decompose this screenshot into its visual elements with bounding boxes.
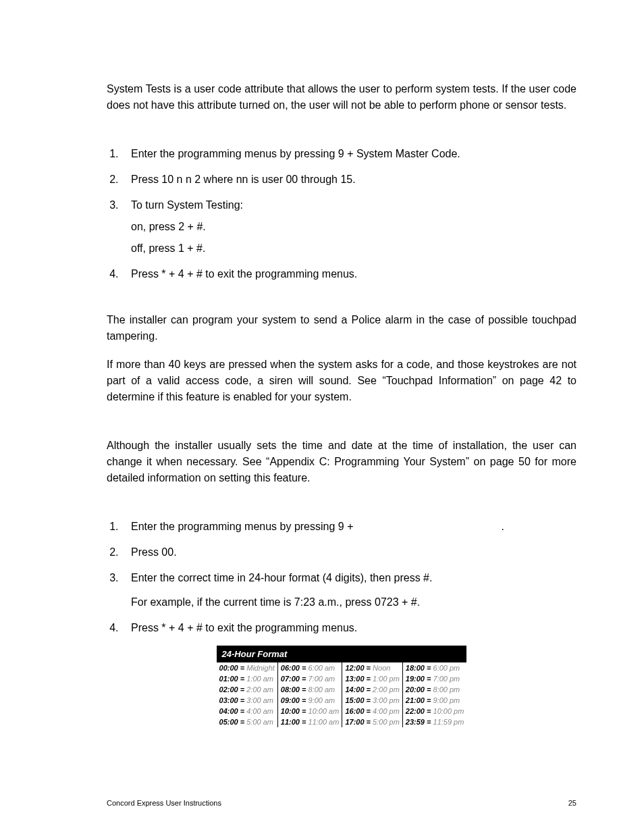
intro-paragraph: System Tests is a user code attribute th… bbox=[107, 81, 576, 113]
table-cell: 20:00 = 8:00 pm bbox=[402, 684, 466, 695]
table-cell: 23:59 = 11:59 pm bbox=[402, 716, 466, 727]
footer-title: Concord Express User Instructions bbox=[107, 799, 221, 807]
list2-item-1a: Enter the programming menus by pressing … bbox=[131, 521, 356, 532]
table-cell: 11:00 = 11:00 am bbox=[277, 716, 342, 727]
table-header: 24-Hour Format bbox=[217, 646, 467, 662]
list2-item-1b: . bbox=[501, 521, 504, 532]
list1-item-4: Press * + 4 + # to exit the programming … bbox=[122, 266, 576, 282]
table-cell: 19:00 = 7:00 pm bbox=[402, 673, 466, 684]
table-cell: 13:00 = 1:00 pm bbox=[342, 673, 402, 684]
table-row: 01:00 = 1:00 am07:00 = 7:00 am13:00 = 1:… bbox=[217, 673, 467, 684]
list2-item-4: Press * + 4 + # to exit the programming … bbox=[122, 620, 576, 636]
tamper-paragraph-1: The installer can program your system to… bbox=[107, 312, 576, 344]
table-cell: 16:00 = 4:00 pm bbox=[342, 706, 402, 716]
table-cell: 02:00 = 2:00 am bbox=[217, 684, 278, 695]
list1-item-2: Press 10 n n 2 where nn is user 00 throu… bbox=[122, 172, 576, 188]
list2-item-3a: For example, if the current time is 7:23… bbox=[131, 594, 576, 610]
table-row: 05:00 = 5:00 am11:00 = 11:00 am17:00 = 5… bbox=[217, 716, 467, 727]
table-cell: 15:00 = 3:00 pm bbox=[342, 695, 402, 706]
table-cell: 05:00 = 5:00 am bbox=[217, 716, 278, 727]
list2-item-3-text: Enter the correct time in 24-hour format… bbox=[131, 572, 432, 583]
list1-item-3-text: To turn System Testing: bbox=[131, 199, 243, 211]
table-cell: 14:00 = 2:00 pm bbox=[342, 684, 402, 695]
footer-page-number: 25 bbox=[568, 799, 576, 807]
time-date-paragraph: Although the installer usually sets the … bbox=[107, 438, 576, 486]
table-cell: 12:00 = Noon bbox=[342, 662, 402, 673]
table-cell: 08:00 = 8:00 am bbox=[277, 684, 342, 695]
table-cell: 17:00 = 5:00 pm bbox=[342, 716, 402, 727]
list1-item-3b: off, press 1 + #. bbox=[131, 240, 576, 257]
table-row: 02:00 = 2:00 am08:00 = 8:00 am14:00 = 2:… bbox=[217, 684, 467, 695]
table-cell: 07:00 = 7:00 am bbox=[277, 673, 342, 684]
list2-item-2: Press 00. bbox=[122, 544, 576, 561]
table-cell: 03:00 = 3:00 am bbox=[217, 695, 278, 706]
tamper-paragraph-2: If more than 40 keys are pressed when th… bbox=[107, 357, 576, 405]
table-cell: 09:00 = 9:00 am bbox=[277, 695, 342, 706]
list1-item-3a: on, press 2 + #. bbox=[131, 219, 576, 235]
list2-item-1: Enter the programming menus by pressing … bbox=[122, 519, 576, 535]
page-footer: Concord Express User Instructions 25 bbox=[107, 799, 576, 807]
table-cell: 21:00 = 9:00 pm bbox=[402, 695, 466, 706]
table-cell: 22:00 = 10:00 pm bbox=[402, 706, 466, 716]
list1-item-1: Enter the programming menus by pressing … bbox=[122, 146, 576, 162]
table-row: 00:00 = Midnight06:00 = 6:00 am12:00 = N… bbox=[217, 662, 467, 673]
list1-item-3: To turn System Testing: on, press 2 + #.… bbox=[122, 197, 576, 257]
list2-item-3: Enter the correct time in 24-hour format… bbox=[122, 570, 576, 610]
table-cell: 04:00 = 4:00 am bbox=[217, 706, 278, 716]
table-cell: 18:00 = 6:00 pm bbox=[402, 662, 466, 673]
table-row: 03:00 = 3:00 am09:00 = 9:00 am15:00 = 3:… bbox=[217, 695, 467, 706]
table-cell: 06:00 = 6:00 am bbox=[277, 662, 342, 673]
table-cell: 01:00 = 1:00 am bbox=[217, 673, 278, 684]
procedure-list-1: Enter the programming menus by pressing … bbox=[107, 146, 576, 282]
time-format-table: 24-Hour Format 00:00 = Midnight06:00 = 6… bbox=[217, 646, 467, 727]
table-cell: 00:00 = Midnight bbox=[217, 662, 278, 673]
table-row: 04:00 = 4:00 am10:00 = 10:00 am16:00 = 4… bbox=[217, 706, 467, 716]
procedure-list-2: Enter the programming menus by pressing … bbox=[107, 519, 576, 636]
table-cell: 10:00 = 10:00 am bbox=[277, 706, 342, 716]
